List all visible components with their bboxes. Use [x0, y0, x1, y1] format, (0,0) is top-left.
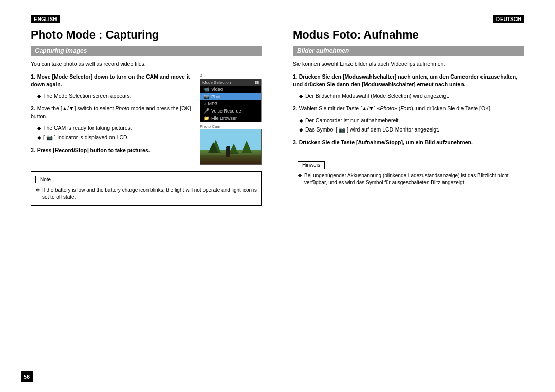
de-step-3-num: 3.: [293, 139, 299, 145]
left-intro-text: You can take photo as well as record vid…: [31, 60, 262, 68]
de-step-3-text: Drücken Sie die Taste [Aufnahme/Stopp], …: [299, 139, 473, 145]
right-header: DEUTSCH: [293, 15, 524, 25]
menu-device: Mode Selection ▮▮ 📹 Video 📷 Photo: [200, 79, 262, 122]
de-step-1-text: Drücken Sie den [Moduswahlschalter] nach…: [293, 73, 517, 87]
step-1-text: Move [Mode Selector] down to turn on the…: [31, 73, 190, 87]
camera-scene-svg: [200, 129, 262, 165]
bullet-diamond-icon: ◆: [37, 92, 41, 100]
two-column-layout: ENGLISH Photo Mode : Capturing Capturing…: [31, 15, 524, 206]
de-note-diamond-icon: ❖: [298, 172, 302, 179]
left-page-title: Photo Mode : Capturing: [31, 28, 262, 42]
camera-viewfinder: [200, 129, 262, 165]
menu-top-bar: Mode Selection ▮▮: [200, 79, 261, 86]
de-step-3: 3. Drücken Sie die Taste [Aufnahme/Stopp…: [293, 139, 524, 146]
svg-rect-2: [200, 155, 262, 165]
deutsch-badge: DEUTSCH: [493, 15, 524, 23]
note-box: Note ❖ If the battery is low and the bat…: [31, 171, 262, 206]
menu-item-video: 📹 Video: [200, 86, 261, 93]
menu-items-list: 📹 Video 📷 Photo ♪ MP3: [200, 86, 261, 122]
menu-item-mp3: ♪ MP3: [200, 100, 261, 107]
note-content: If the battery is low and the battery ch…: [42, 186, 257, 201]
right-steps-text: 1. Drücken Sie den [Moduswahlschalter] n…: [293, 73, 524, 146]
menu-item-file: 📁 File Browser: [200, 115, 261, 122]
de-step-2-num: 2.: [293, 105, 299, 111]
de-note-content: Bei ungenügender Akkuspannung (blinkende…: [304, 172, 520, 186]
de-step-1-num: 1.: [293, 73, 299, 80]
page: ENGLISH Photo Mode : Capturing Capturing…: [0, 0, 555, 392]
left-column: ENGLISH Photo Mode : Capturing Capturing…: [31, 15, 278, 206]
step-3: 3. Press [Record/Stop] button to take pi…: [31, 146, 194, 154]
step-1-num: 1.: [31, 73, 37, 80]
step-2: 2. Move the [▲/▼] switch to select Photo…: [31, 105, 194, 141]
step-1-bullet-1: ◆ The Mode Selection screen appears.: [37, 92, 194, 100]
right-intro-text: Sie können sowohl Einzelbilder als auch …: [293, 60, 524, 68]
right-column: DEUTSCH Modus Foto: Aufnahme Bilder aufn…: [278, 15, 524, 206]
step-1: 1. Move [Mode Selector] down to turn on …: [31, 73, 194, 100]
note-text: ❖ If the battery is low and the battery …: [35, 186, 257, 201]
device-image-area: 2 Mode Selection ▮▮ 📹 Video: [200, 73, 262, 165]
note-diamond-icon: ❖: [35, 186, 40, 194]
de-note-box: Hinweis ❖ Bei ungenügender Akkuspannung …: [293, 157, 524, 191]
menu-item-voice: 🎤 Voice Recorder: [200, 107, 261, 115]
file-icon: 📁: [203, 116, 209, 121]
svg-rect-7: [226, 149, 230, 157]
left-steps-container: 1. Move [Mode Selector] down to turn on …: [31, 73, 262, 165]
english-badge: ENGLISH: [31, 15, 60, 23]
photo-icon: 📷: [203, 94, 209, 99]
step-3-text: Press [Record/Stop] button to take pictu…: [37, 147, 150, 153]
step-2-bullet-2: ◆ [ 📷 ] indicator is displayed on LCD.: [37, 134, 194, 141]
de-bullet-icon-1: ◆: [299, 92, 303, 100]
voice-icon: 🎤: [203, 108, 209, 114]
svg-rect-0: [200, 129, 262, 165]
de-bullet-icon-3: ◆: [299, 126, 303, 134]
page-number: 56: [21, 371, 33, 382]
de-note-text: ❖ Bei ungenügender Akkuspannung (blinken…: [298, 172, 520, 186]
menu-item-photo: 📷 Photo: [200, 93, 261, 100]
de-step-2: 2. Wählen Sie mit der Taste [▲/▼] «Photo…: [293, 105, 524, 134]
step-3-num: 3.: [31, 147, 37, 153]
de-step-1-bullet-1: ◆ Der Bildschirm Moduswahl (Mode Selecti…: [299, 92, 524, 100]
left-section-header: Capturing Images: [31, 46, 262, 56]
video-icon: 📹: [203, 87, 209, 92]
de-step-1: 1. Drücken Sie den [Moduswahlschalter] n…: [293, 73, 524, 100]
svg-rect-1: [200, 150, 262, 165]
music-icon: ♪: [203, 101, 206, 106]
right-section-header: Bilder aufnehmen: [293, 46, 524, 56]
left-header: ENGLISH: [31, 15, 262, 25]
bullet-diamond-icon-3: ◆: [37, 134, 41, 141]
step-2-bullet-1: ◆ The CAM is ready for taking pictures.: [37, 124, 194, 132]
de-note-header: Hinweis: [298, 161, 325, 169]
note-header: Note: [35, 176, 55, 183]
de-step-2-bullet-2: ◆ Das Symbol [ 📷 ] wird auf dem LCD-Moni…: [299, 126, 524, 134]
right-page-title: Modus Foto: Aufnahme: [293, 28, 524, 42]
de-bullet-icon-2: ◆: [299, 117, 303, 124]
step-2-num: 2.: [31, 105, 37, 111]
bullet-diamond-icon-2: ◆: [37, 125, 41, 132]
cam-label: Photo Cam: [200, 124, 262, 129]
svg-point-8: [226, 146, 230, 150]
left-steps-text: 1. Move [Mode Selector] down to turn on …: [31, 73, 194, 165]
de-step-2-bullet-1: ◆ Der Camcorder ist nun aufnahmebereit.: [299, 117, 524, 124]
fig-label: 2: [200, 73, 262, 78]
